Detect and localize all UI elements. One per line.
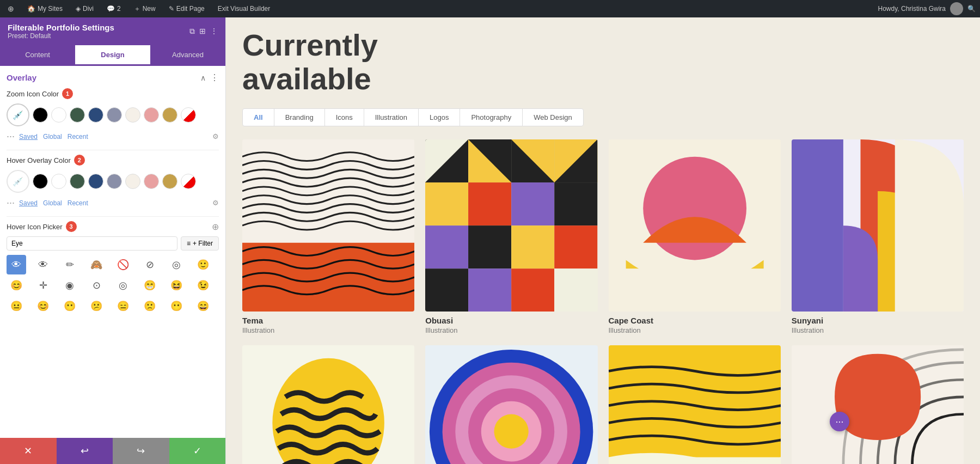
icon-smile-2[interactable]: 😊 <box>7 276 26 295</box>
zoom-badge: 1 <box>62 88 73 99</box>
hover-swatch-gold[interactable] <box>162 174 177 189</box>
zoom-color-picker-btn[interactable]: 💉 <box>7 103 29 126</box>
divi-menu[interactable]: ◈ Divi <box>72 0 97 17</box>
icon-neutral[interactable]: 😶 <box>60 296 79 316</box>
portfolio-item-takoradi[interactable]: Takoradi Illustration <box>425 345 597 464</box>
icon-circle[interactable]: ◉ <box>60 276 79 295</box>
icon-smile[interactable]: 🙂 <box>193 255 213 274</box>
comments-menu[interactable]: 💬 2 <box>103 0 124 17</box>
icon-grin[interactable]: 😁 <box>140 276 160 295</box>
color-swatch-diagonal[interactable] <box>181 107 196 123</box>
color-swatch-dark-green[interactable] <box>70 107 85 123</box>
icon-happy[interactable]: 😊 <box>33 296 53 316</box>
icon-eye-filled[interactable]: 👁 <box>7 255 26 274</box>
icon-frown[interactable]: 🙁 <box>140 296 160 316</box>
expand-dots-2[interactable]: ··· <box>7 197 15 209</box>
hover-swatch-white[interactable] <box>51 174 66 189</box>
undo-button[interactable]: ↩ <box>57 438 113 464</box>
icon-eye-cross[interactable]: 🚫 <box>113 255 133 274</box>
icon-wink[interactable]: 😉 <box>193 276 213 295</box>
color-swatch-black[interactable] <box>33 107 48 123</box>
icon-search-input[interactable] <box>7 236 177 251</box>
global-tab-2[interactable]: Global <box>43 199 62 207</box>
icon-eye-outline[interactable]: 👁 <box>33 255 53 274</box>
hover-swatch-rose[interactable] <box>144 174 159 189</box>
expand-dots[interactable]: ··· <box>7 131 15 142</box>
redo-button[interactable]: ↪ <box>113 438 169 464</box>
portfolio-item-obuasi[interactable]: Obuasi Illustration <box>425 139 597 334</box>
panel-preset[interactable]: Preset: Default <box>8 32 114 40</box>
hover-swatch-diagonal[interactable] <box>181 174 196 189</box>
tab-design[interactable]: Design <box>75 45 150 66</box>
portfolio-item-tamale[interactable]: Tamale Illustration <box>792 345 964 464</box>
filter-tab-photography[interactable]: Photography <box>460 109 523 126</box>
icon-target[interactable]: ◎ <box>167 255 186 274</box>
saved-tab[interactable]: Saved <box>19 133 38 141</box>
icon-meh[interactable]: 😑 <box>113 296 133 316</box>
icon-ring[interactable]: ◎ <box>113 276 133 295</box>
icon-extra-2[interactable]: 😄 <box>193 296 213 316</box>
collapse-icon[interactable]: ∧ <box>200 74 206 82</box>
recent-tab[interactable]: Recent <box>68 133 88 141</box>
save-button[interactable]: ✓ <box>169 438 226 464</box>
hover-swatch-slate[interactable] <box>107 174 122 189</box>
color-swatch-navy[interactable] <box>88 107 103 123</box>
settings-gear-icon[interactable]: ⚙ <box>212 132 219 141</box>
portfolio-item-ashaiman[interactable]: Ashaiman Illustration <box>242 345 414 464</box>
hover-color-picker-btn[interactable]: 💉 <box>7 170 29 193</box>
more-icon[interactable]: ⋮ <box>210 27 218 36</box>
recent-tab-2[interactable]: Recent <box>68 199 88 207</box>
filter-tab-icons[interactable]: Icons <box>325 109 364 126</box>
duplicate-icon[interactable]: ⧉ <box>189 27 195 36</box>
filter-tab-logos[interactable]: Logos <box>419 109 460 126</box>
avatar[interactable] <box>950 2 963 15</box>
icon-dot[interactable]: ⊙ <box>87 276 106 295</box>
portfolio-item-sunyani[interactable]: Sunyani Illustration <box>792 139 964 334</box>
icon-laugh[interactable]: 😆 <box>167 276 186 295</box>
edit-page-btn[interactable]: ✎ Edit Page <box>166 0 208 17</box>
filter-tab-webdesign[interactable]: Web Design <box>523 109 583 126</box>
new-menu[interactable]: ＋ New <box>131 0 159 17</box>
crosshair-icon[interactable]: ⊕ <box>212 222 219 232</box>
tab-advanced[interactable]: Advanced <box>150 45 225 66</box>
section-more-icon[interactable]: ⋮ <box>210 72 219 83</box>
hover-swatch-cream[interactable] <box>125 174 140 189</box>
tab-content[interactable]: Content <box>0 45 75 66</box>
color-swatch-rose[interactable] <box>144 107 159 123</box>
icon-move[interactable]: ✛ <box>33 276 53 295</box>
search-icon[interactable]: 🔍 <box>967 5 976 13</box>
icon-filter-btn[interactable]: ≡ + Filter <box>181 236 219 251</box>
portfolio-item-cape-coast[interactable]: Cape Coast Illustration <box>609 139 781 334</box>
exit-builder-btn[interactable]: Exit Visual Builder <box>215 0 274 17</box>
my-sites-menu[interactable]: 🏠 My Sites <box>24 0 66 17</box>
floating-dots-btn[interactable]: ··· <box>830 412 849 431</box>
icon-extra[interactable]: 😶 <box>167 296 186 316</box>
filter-tab-branding[interactable]: Branding <box>274 109 325 126</box>
portfolio-item-tema[interactable]: Tema Illustration <box>242 139 414 334</box>
portfolio-item-sekondi[interactable]: Sekondi Illustration <box>609 345 781 464</box>
hover-swatch-dark-green[interactable] <box>70 174 85 189</box>
color-swatch-white[interactable] <box>51 107 66 123</box>
cancel-button[interactable]: ✕ <box>0 438 57 464</box>
global-tab[interactable]: Global <box>43 133 62 141</box>
wordpress-icon: ⊕ <box>8 4 14 13</box>
color-swatch-slate[interactable] <box>107 107 122 123</box>
hover-swatch-navy[interactable] <box>88 174 103 189</box>
saved-tab-2[interactable]: Saved <box>19 199 38 207</box>
color-swatch-cream[interactable] <box>125 107 140 123</box>
grid-icon[interactable]: ⊞ <box>199 27 206 36</box>
filter-tab-illustration[interactable]: Illustration <box>364 109 419 126</box>
icon-eye-strikethrough[interactable]: ⊘ <box>140 255 160 274</box>
filter-tab-all[interactable]: All <box>243 109 274 126</box>
svg-rect-8 <box>468 182 511 225</box>
color-swatch-gold[interactable] <box>162 107 177 123</box>
wp-logo[interactable]: ⊕ <box>4 0 17 17</box>
icon-face[interactable]: 😐 <box>7 296 26 316</box>
icon-confused[interactable]: 😕 <box>87 296 106 316</box>
hover-swatch-black[interactable] <box>33 174 48 189</box>
settings-gear-icon-2[interactable]: ⚙ <box>212 199 219 207</box>
icon-pen[interactable]: ✏ <box>60 255 79 274</box>
icon-eye-slash[interactable]: 🙈 <box>87 255 106 274</box>
svg-rect-13 <box>511 225 554 268</box>
portfolio-name-obuasi: Obuasi <box>425 316 597 325</box>
